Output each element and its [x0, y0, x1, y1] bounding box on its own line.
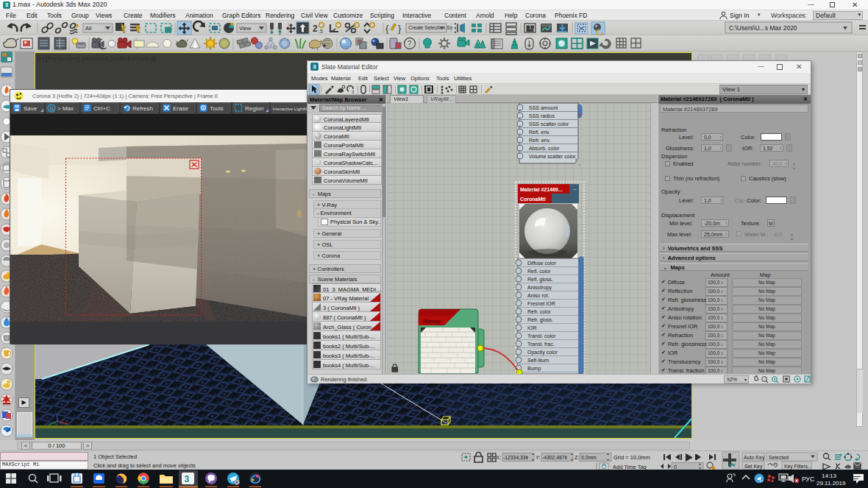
svg-text:Tools: Tools	[210, 105, 224, 112]
svg-text:Auto Key: Auto Key	[744, 455, 765, 461]
svg-text:2: 2	[313, 24, 318, 34]
svg-text:Anisotropy: Anisotropy	[527, 285, 552, 291]
svg-text:Ctrl+C: Ctrl+C	[93, 105, 110, 112]
svg-text:Opacity color: Opacity color	[527, 350, 558, 356]
svg-text:Refl. gloss.: Refl. gloss.	[527, 277, 553, 283]
svg-text:Transl. frac.: Transl. frac.	[527, 342, 555, 347]
svg-text:IOR: IOR	[527, 325, 536, 330]
svg-text:29.11.2019: 29.11.2019	[817, 480, 846, 487]
svg-text:SSS amount: SSS amount	[529, 105, 558, 110]
svg-text:.5: .5	[319, 29, 323, 34]
svg-text:All: All	[85, 25, 92, 32]
svg-text:Volume scatter color: Volume scatter color	[529, 154, 576, 159]
svg-text:0: 0	[674, 464, 677, 470]
svg-text:View: View	[239, 25, 252, 32]
svg-text:Bump: Bump	[527, 366, 541, 372]
svg-text:{: {	[385, 23, 389, 34]
svg-text:Refl. color: Refl. color	[527, 269, 551, 274]
svg-text:Create Selection Se: Create Selection Se	[408, 25, 453, 30]
svg-text:C:\Users\U...s Max 2020: C:\Users\U...s Max 2020	[729, 24, 797, 32]
svg-text:Refr. gloss.: Refr. gloss.	[527, 317, 553, 323]
svg-text:Self-illum.: Self-illum.	[527, 358, 550, 363]
svg-text:Aniso rot.: Aniso rot.	[527, 293, 549, 298]
svg-text:Save: Save	[24, 105, 38, 112]
svg-text:SSS radius: SSS radius	[529, 113, 555, 119]
svg-text:Erase: Erase	[173, 105, 188, 112]
svg-text:Diffuse color: Diffuse color	[527, 261, 556, 266]
svg-text:Fresnel IOR: Fresnel IOR	[527, 301, 555, 306]
svg-text:Selected: Selected	[769, 455, 789, 460]
svg-text:X:: X:	[496, 454, 501, 461]
svg-text:3: 3	[352, 90, 355, 94]
svg-text:Grid = 10,0mm: Grid = 10,0mm	[613, 454, 650, 461]
svg-text:Refresh: Refresh	[132, 105, 153, 112]
svg-text:0,0mm: 0,0mm	[581, 455, 597, 460]
svg-text:Interactive LightMix: Interactive LightMix	[273, 107, 310, 111]
svg-text:-12334,33¢: -12334,33¢	[503, 455, 529, 460]
svg-text:Refr. color: Refr. color	[527, 309, 552, 314]
svg-text:G: G	[50, 106, 54, 111]
svg-text:Refr. env.: Refr. env.	[529, 138, 550, 143]
svg-text:CoronaMtl: CoronaMtl	[520, 197, 546, 202]
svg-text:> Max: > Max	[57, 105, 74, 112]
svg-text:Region: Region	[245, 105, 263, 112]
svg-text:–: –	[573, 185, 577, 192]
svg-text:Transl. color: Transl. color	[527, 333, 556, 339]
svg-text:Y:: Y:	[536, 454, 541, 461]
svg-text:-4302,487¢: -4302,487¢	[542, 455, 568, 460]
svg-text:}: }	[398, 23, 402, 34]
svg-text:SSS scatter color: SSS scatter color	[529, 121, 569, 127]
svg-text:Bitmap: Bitmap	[423, 319, 441, 325]
svg-text:14:13: 14:13	[822, 473, 837, 479]
svg-text:3: 3	[185, 474, 190, 484]
svg-text:Z:: Z:	[574, 454, 580, 461]
svg-text:Set Key: Set Key	[744, 464, 763, 470]
svg-text:Absorb. color: Absorb. color	[529, 146, 560, 151]
svg-text:Refl. env.: Refl. env.	[529, 130, 550, 135]
svg-text:Material #21469...: Material #21469...	[520, 187, 563, 192]
svg-text:?: ?	[408, 39, 412, 48]
svg-text:Key Filters...: Key Filters...	[784, 464, 812, 470]
svg-text:РУС: РУС	[802, 475, 814, 483]
